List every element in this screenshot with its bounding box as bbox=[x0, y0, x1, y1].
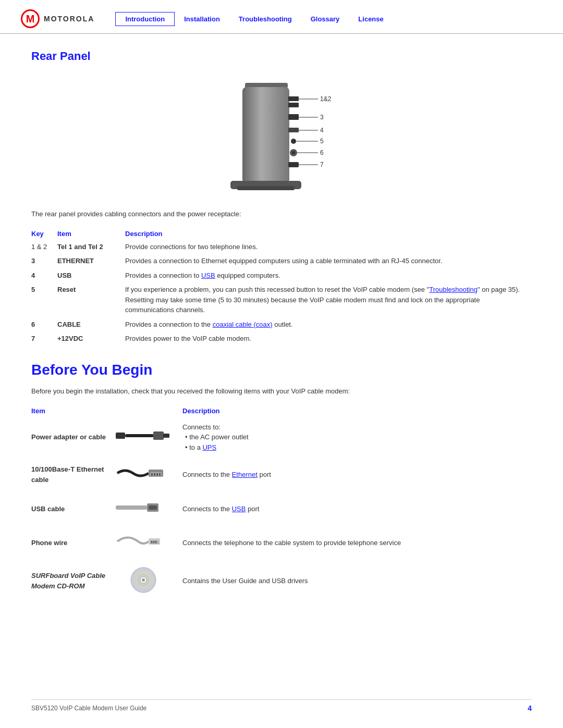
svg-rect-3 bbox=[237, 186, 295, 190]
usb-cable-svg bbox=[115, 497, 172, 518]
svg-rect-40 bbox=[153, 541, 154, 543]
usb-cable-icon bbox=[115, 492, 182, 526]
svg-rect-31 bbox=[154, 473, 155, 476]
svg-rect-27 bbox=[163, 434, 169, 438]
table-row: 7 +12VDC Provides power to the VoIP cabl… bbox=[31, 331, 532, 346]
svg-rect-36 bbox=[149, 505, 157, 510]
list-item: SURFboard VoIP Cable Modem CD-ROM bbox=[31, 560, 532, 602]
motorola-logo-icon: M bbox=[21, 9, 40, 28]
svg-text:7: 7 bbox=[320, 161, 324, 168]
svg-rect-6 bbox=[288, 114, 299, 120]
row-item: ETHERNET bbox=[57, 254, 125, 268]
row-desc: Provides a connection to the coaxial cab… bbox=[125, 317, 532, 332]
item-name: USB cable bbox=[31, 492, 115, 526]
col-header-description: Description bbox=[125, 228, 532, 240]
list-item: to a UPS bbox=[185, 442, 527, 453]
svg-rect-32 bbox=[156, 473, 158, 476]
ethernet-cable-svg bbox=[115, 463, 172, 484]
svg-point-47 bbox=[142, 578, 145, 582]
row-item: USB bbox=[57, 268, 125, 283]
row-key: 3 bbox=[31, 254, 57, 268]
col-header-item: Item bbox=[57, 228, 125, 240]
logo-area: M MOTOROLA bbox=[21, 9, 94, 28]
table-row: 4 USB Provides a connection to USB equip… bbox=[31, 268, 532, 283]
power-cable-icon bbox=[115, 417, 182, 458]
row-item: Tel 1 and Tel 2 bbox=[57, 240, 125, 254]
svg-text:1&2: 1&2 bbox=[320, 95, 332, 103]
cd-rom-svg bbox=[115, 565, 172, 594]
rear-panel-heading: Rear Panel bbox=[31, 50, 532, 63]
device-diagram: 1&2 3 4 5 6 7 bbox=[193, 73, 370, 199]
svg-rect-26 bbox=[153, 431, 164, 440]
svg-rect-7 bbox=[288, 128, 299, 132]
row-key: 4 bbox=[31, 268, 57, 283]
tab-installation[interactable]: Installation bbox=[175, 13, 229, 26]
tab-glossary[interactable]: Glossary bbox=[301, 13, 349, 26]
footer: SBV5120 VoIP Cable Modem User Guide 4 bbox=[31, 699, 532, 712]
item-name: Phone wire bbox=[31, 526, 115, 560]
list-item: USB cable Connects to the USB port bbox=[31, 492, 532, 526]
row-desc: Provides a connection to USB equipped co… bbox=[125, 268, 532, 283]
svg-point-8 bbox=[291, 139, 296, 144]
row-key: 7 bbox=[31, 331, 57, 346]
coax-link[interactable]: coaxial cable (coax) bbox=[213, 320, 273, 328]
svg-rect-39 bbox=[151, 541, 152, 543]
list-item: the AC power outlet bbox=[185, 432, 527, 442]
diagram-area: 1&2 3 4 5 6 7 bbox=[31, 73, 532, 199]
row-item: Reset bbox=[57, 282, 125, 317]
item-desc: Contains the User Guide and USB drivers bbox=[182, 560, 532, 602]
table-row: 5 Reset If you experience a problem, you… bbox=[31, 282, 532, 317]
logo-text: MOTOROLA bbox=[44, 15, 94, 23]
items-table: Item Description Power adapter or cable bbox=[31, 405, 532, 602]
row-key: 6 bbox=[31, 317, 57, 332]
item-desc: Connects to: the AC power outlet to a UP… bbox=[182, 417, 532, 458]
page: M MOTOROLA Introduction Installation Tro… bbox=[0, 0, 563, 728]
svg-text:4: 4 bbox=[320, 127, 324, 134]
cd-rom-icon bbox=[115, 560, 182, 602]
power-list: the AC power outlet to a UPS bbox=[182, 432, 527, 452]
items-col-header-img bbox=[115, 405, 182, 417]
svg-text:6: 6 bbox=[320, 149, 324, 156]
usb-port-link[interactable]: USB bbox=[232, 505, 246, 513]
modem-svg: 1&2 3 4 5 6 7 bbox=[193, 73, 370, 199]
header: M MOTOROLA Introduction Installation Tro… bbox=[0, 0, 563, 34]
svg-rect-34 bbox=[116, 505, 147, 510]
ups-link[interactable]: UPS bbox=[202, 443, 216, 451]
before-you-begin-heading: Before You Begin bbox=[31, 362, 532, 378]
svg-rect-5 bbox=[288, 103, 299, 107]
tab-introduction[interactable]: Introduction bbox=[115, 12, 175, 26]
tab-license[interactable]: License bbox=[349, 13, 393, 26]
row-desc: Provides a connection to Ethernet equipp… bbox=[125, 254, 532, 268]
item-desc: Connects to the Ethernet port bbox=[182, 458, 532, 492]
items-col-header-item: Item bbox=[31, 405, 115, 417]
svg-text:3: 3 bbox=[320, 114, 324, 121]
item-name: Power adapter or cable bbox=[31, 417, 115, 458]
item-desc: Connects the telephone to the cable syst… bbox=[182, 526, 532, 560]
page-number: 4 bbox=[528, 704, 532, 712]
usb-link[interactable]: USB bbox=[201, 272, 215, 279]
row-item: CABLE bbox=[57, 317, 125, 332]
item-name: 10/100Base-T Ethernet cable bbox=[31, 458, 115, 492]
tab-troubleshooting[interactable]: Troubleshooting bbox=[229, 13, 301, 26]
svg-rect-25 bbox=[125, 434, 154, 437]
item-desc: Connects to the USB port bbox=[182, 492, 532, 526]
table-row: 6 CABLE Provides a connection to the coa… bbox=[31, 317, 532, 332]
list-item: Power adapter or cable Connects to: bbox=[31, 417, 532, 458]
list-item: Phone wire Co bbox=[31, 526, 532, 560]
ethernet-link[interactable]: Ethernet bbox=[232, 471, 258, 478]
rear-panel-table: Key Item Description 1 & 2 Tel 1 and Tel… bbox=[31, 228, 532, 346]
list-item: 10/100Base-T Ethernet cable bbox=[31, 458, 532, 492]
ethernet-cable-icon bbox=[115, 458, 182, 492]
svg-rect-24 bbox=[116, 433, 125, 439]
row-desc: Provides power to the VoIP cable modem. bbox=[125, 331, 532, 346]
nav-tabs: Introduction Installation Troubleshootin… bbox=[110, 12, 542, 26]
svg-point-10 bbox=[292, 151, 295, 154]
row-desc: If you experience a problem, you can pus… bbox=[125, 282, 532, 317]
svg-rect-41 bbox=[155, 541, 156, 543]
svg-rect-1 bbox=[242, 87, 289, 183]
phone-wire-icon bbox=[115, 526, 182, 560]
svg-rect-4 bbox=[288, 96, 299, 101]
row-key: 1 & 2 bbox=[31, 240, 57, 254]
troubleshooting-link[interactable]: Troubleshooting bbox=[429, 286, 478, 293]
row-key: 5 bbox=[31, 282, 57, 317]
